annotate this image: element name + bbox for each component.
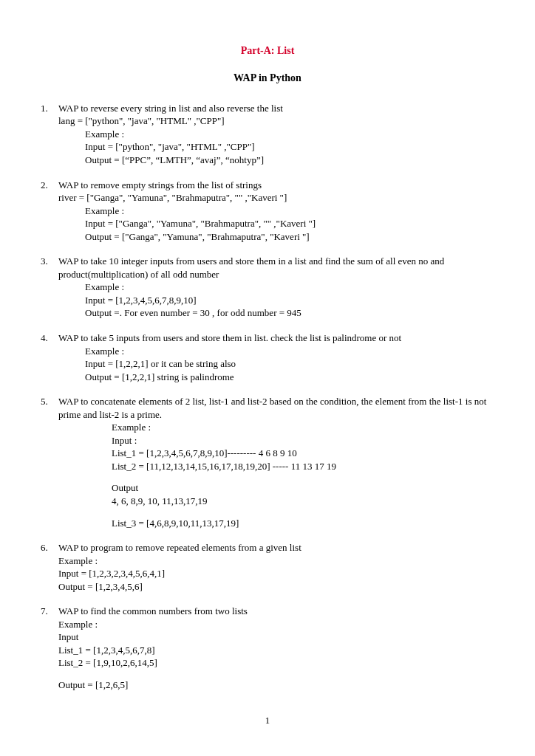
subtitle: WAP in Python (41, 72, 494, 86)
part-title: Part-A: List (41, 44, 494, 58)
q7-line: Example : (41, 618, 494, 631)
q6-line: Example : (41, 554, 494, 568)
q1-text: WAP to reverse every string in list and … (58, 102, 494, 115)
q1-line: Input = ["python", "java", "HTML" ,"CPP"… (41, 140, 494, 154)
q5-number: 5. (41, 395, 58, 408)
q2-text: WAP to remove empty strings from the lis… (58, 179, 494, 192)
q5-line: List_3 = [4,6,8,9,10,11,13,17,19] (41, 517, 494, 530)
q2-line: Input = ["Ganga", "Yamuna", "Brahmaputra… (41, 217, 494, 230)
q7-line: List_2 = [1,9,10,2,6,14,5] (41, 656, 494, 670)
question-6: 6. WAP to program to remove repeated ele… (41, 541, 494, 593)
q7-number: 7. (41, 605, 58, 618)
q4-line: Output = [1,2,2,1] string is palindrome (41, 371, 494, 384)
q4-text: WAP to take 5 inputs from users and stor… (58, 331, 494, 345)
q4-line: Example : (41, 345, 494, 358)
q2-line: Output = ["Ganga", "Yamuna", "Brahmaputr… (41, 230, 494, 244)
q2-line: river = ["Ganga", "Yamuna", "Brahmaputra… (41, 191, 494, 205)
q7-line: Output = [1,2,6,5] (41, 678, 494, 692)
q4-number: 4. (41, 331, 58, 345)
q5-line: List_1 = [1,2,3,4,5,6,7,8,9,10]---------… (41, 447, 494, 460)
q3-text: WAP to take 10 integer inputs from users… (58, 255, 494, 281)
question-3: 3. WAP to take 10 integer inputs from us… (41, 255, 494, 320)
q7-text: WAP to find the common numbers from two … (58, 605, 494, 618)
q2-number: 2. (41, 179, 58, 192)
q3-line: Output =. For even number = 30 , for odd… (41, 306, 494, 320)
q5-line: Output (41, 481, 494, 495)
q5-line: 4, 6, 8,9, 10, 11,13,17,19 (41, 495, 494, 508)
page-number: 1 (41, 714, 494, 727)
question-5: 5. WAP to concatenate elements of 2 list… (41, 395, 494, 529)
q1-number: 1. (41, 102, 58, 115)
q5-text: WAP to concatenate elements of 2 list, l… (58, 395, 494, 421)
q3-line: Input = [1,2,3,4,5,6,7,8,9,10] (41, 294, 494, 307)
q1-line: Output = [“PPC”, “LMTH”, “avaj”, “nohtyp… (41, 154, 494, 167)
question-2: 2. WAP to remove empty strings from the … (41, 179, 494, 244)
q7-line: List_1 = [1,2,3,4,5,6,7,8] (41, 644, 494, 657)
q7-line: Input (41, 630, 494, 644)
q1-line: lang = ["python", "java", "HTML" ,"CPP"] (41, 114, 494, 128)
q3-line: Example : (41, 281, 494, 294)
q6-text: WAP to program to remove repeated elemen… (58, 541, 494, 554)
question-7: 7. WAP to find the common numbers from t… (41, 605, 494, 691)
q4-line: Input = [1,2,2,1] or it can be string al… (41, 357, 494, 371)
question-1: 1. WAP to reverse every string in list a… (41, 102, 494, 167)
q5-line: List_2 = [11,12,13,14,15,16,17,18,19,20]… (41, 460, 494, 473)
q6-line: Output = [1,2,3,4,5,6] (41, 580, 494, 594)
q2-line: Example : (41, 205, 494, 218)
q3-number: 3. (41, 255, 58, 268)
q6-number: 6. (41, 541, 58, 554)
question-4: 4. WAP to take 5 inputs from users and s… (41, 331, 494, 383)
q1-line: Example : (41, 128, 494, 141)
q5-line: Example : (41, 421, 494, 434)
q5-line: Input : (41, 434, 494, 447)
q6-line: Input = [1,2,3,2,3,4,5,6,4,1] (41, 567, 494, 580)
